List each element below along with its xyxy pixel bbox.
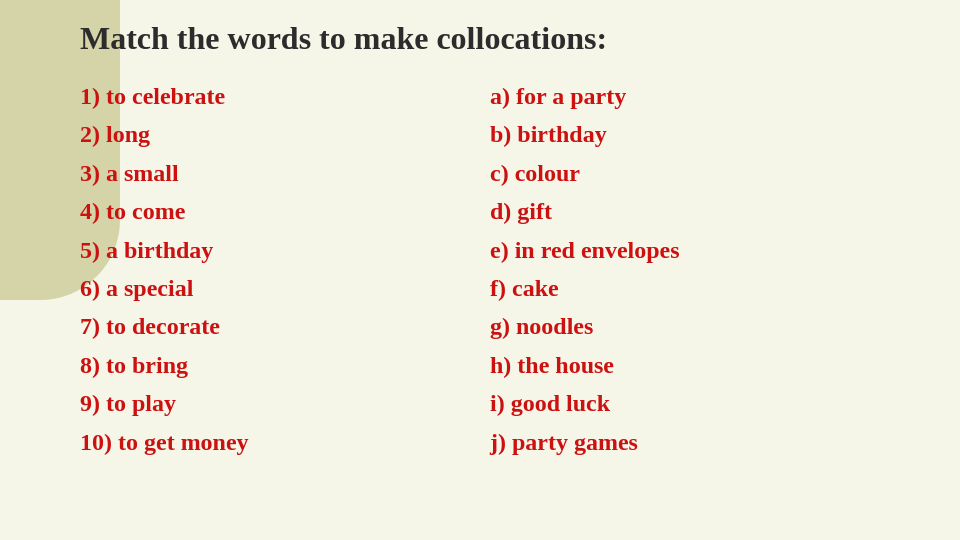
right-list-item: a) for a party	[490, 77, 900, 115]
left-list-item: 4) to come	[80, 192, 490, 230]
right-list-item: i) good luck	[490, 384, 900, 422]
page-title: Match the words to make collocations:	[80, 20, 900, 57]
left-list-item: 3) a small	[80, 154, 490, 192]
left-column: 1) to celebrate2) long3) a small4) to co…	[80, 77, 490, 461]
left-list-item: 5) a birthday	[80, 231, 490, 269]
right-list-item: b) birthday	[490, 115, 900, 153]
left-list-item: 10) to get money	[80, 423, 490, 461]
right-list-item: d) gift	[490, 192, 900, 230]
columns-layout: 1) to celebrate2) long3) a small4) to co…	[80, 77, 900, 461]
right-list-item: e) in red envelopes	[490, 231, 900, 269]
left-list-item: 7) to decorate	[80, 307, 490, 345]
right-list-item: c) colour	[490, 154, 900, 192]
right-list-item: g) noodles	[490, 307, 900, 345]
left-list-item: 6) a special	[80, 269, 490, 307]
left-list-item: 2) long	[80, 115, 490, 153]
right-list-item: h) the house	[490, 346, 900, 384]
left-list-item: 8) to bring	[80, 346, 490, 384]
right-column: a) for a partyb) birthdayc) colourd) gif…	[490, 77, 900, 461]
right-list-item: f) cake	[490, 269, 900, 307]
left-list-item: 9) to play	[80, 384, 490, 422]
right-list-item: j) party games	[490, 423, 900, 461]
left-list-item: 1) to celebrate	[80, 77, 490, 115]
main-container: Match the words to make collocations: 1)…	[0, 0, 960, 481]
